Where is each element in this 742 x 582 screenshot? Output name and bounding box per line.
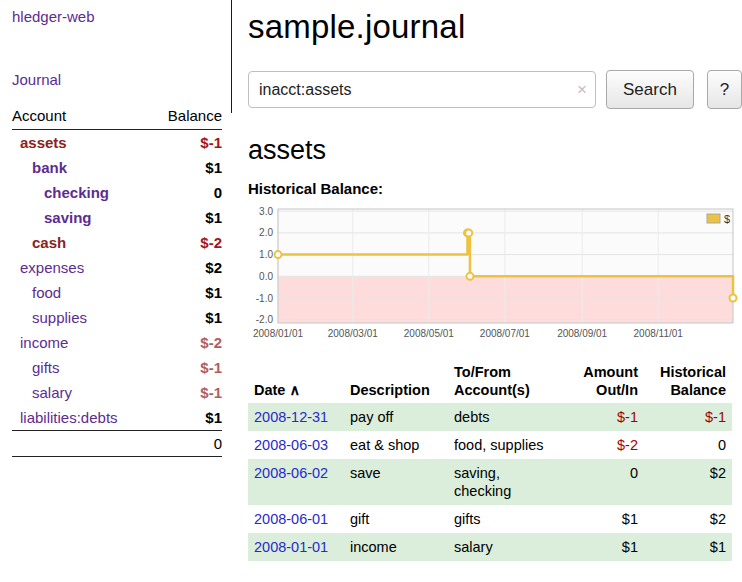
date-cell: 2008-06-01 bbox=[248, 505, 344, 533]
svg-text:2008/09/01: 2008/09/01 bbox=[557, 328, 607, 339]
description-cell: save bbox=[344, 459, 448, 505]
amount-cell: $1 bbox=[570, 533, 644, 561]
account-name-cell: checking bbox=[12, 180, 151, 205]
account-balance: $-1 bbox=[151, 355, 222, 380]
account-link[interactable]: checking bbox=[12, 183, 109, 202]
search-button[interactable]: Search bbox=[606, 70, 694, 109]
account-link[interactable]: salary bbox=[12, 383, 72, 402]
account-balance: $1 bbox=[151, 405, 222, 431]
balance-cell: $2 bbox=[644, 505, 732, 533]
account-balance: $-2 bbox=[151, 330, 222, 355]
description-cell: gift bbox=[344, 505, 448, 533]
transaction-date-link[interactable]: 2008-01-01 bbox=[254, 539, 328, 555]
account-column-header: Account bbox=[12, 105, 151, 130]
transaction-date-link[interactable]: 2008-06-01 bbox=[254, 511, 328, 527]
date-cell: 2008-06-03 bbox=[248, 431, 344, 459]
accounts-header-row: Account Balance bbox=[12, 105, 222, 130]
amount-cell: 0 bbox=[570, 459, 644, 505]
account-link[interactable]: assets bbox=[12, 133, 67, 152]
account-link[interactable]: cash bbox=[12, 233, 66, 252]
svg-text:-1.0: -1.0 bbox=[256, 293, 274, 304]
account-name-cell: saving bbox=[12, 205, 151, 230]
svg-text:2008/01/01: 2008/01/01 bbox=[253, 328, 303, 339]
register-row: 2008-12-31pay offdebts$-1$-1 bbox=[248, 403, 732, 431]
account-link[interactable]: saving bbox=[12, 208, 92, 227]
svg-text:3.0: 3.0 bbox=[259, 206, 273, 217]
svg-text:2008/03/01: 2008/03/01 bbox=[328, 328, 378, 339]
account-balance: $2 bbox=[151, 255, 222, 280]
transaction-date-link[interactable]: 2008-06-02 bbox=[254, 465, 328, 481]
svg-text:-2.0: -2.0 bbox=[256, 314, 274, 325]
sidebar: hledger-web Journal Account Balance asse… bbox=[0, 0, 232, 561]
account-link[interactable]: food bbox=[12, 283, 61, 302]
account-row: checking0 bbox=[12, 180, 222, 205]
search-box: × bbox=[248, 71, 596, 108]
account-row: food$1 bbox=[12, 280, 222, 305]
account-link[interactable]: bank bbox=[12, 158, 67, 177]
account-row: cash$-2 bbox=[12, 230, 222, 255]
account-balance: $1 bbox=[151, 155, 222, 180]
account-balance: $1 bbox=[151, 205, 222, 230]
account-row: saving$1 bbox=[12, 205, 222, 230]
account-name-cell: income bbox=[12, 330, 151, 355]
date-cell: 2008-12-31 bbox=[248, 403, 344, 431]
balance-cell: $1 bbox=[644, 533, 732, 561]
transaction-date-link[interactable]: 2008-06-03 bbox=[254, 437, 328, 453]
svg-text:2008/05/01: 2008/05/01 bbox=[404, 328, 454, 339]
account-name-cell: bank bbox=[12, 155, 151, 180]
total-balance: 0 bbox=[151, 431, 222, 457]
svg-text:1.0: 1.0 bbox=[259, 249, 273, 260]
accounts-cell: salary bbox=[448, 533, 570, 561]
account-row: liabilities:debts$1 bbox=[12, 405, 222, 431]
account-balance: $-1 bbox=[151, 380, 222, 405]
account-link[interactable]: expenses bbox=[12, 258, 84, 277]
search-bar: × Search ? bbox=[248, 70, 742, 109]
svg-text:2.0: 2.0 bbox=[259, 227, 273, 238]
account-row: assets$-1 bbox=[12, 130, 222, 156]
account-link[interactable]: liabilities:debts bbox=[12, 408, 118, 427]
account-row: bank$1 bbox=[12, 155, 222, 180]
sidebar-divider bbox=[231, 0, 232, 113]
help-button[interactable]: ? bbox=[707, 70, 742, 109]
search-input[interactable] bbox=[248, 71, 596, 108]
account-balance: $1 bbox=[151, 280, 222, 305]
main-content: sample.journal × Search ? assets Histori… bbox=[232, 0, 742, 561]
svg-text:0.0: 0.0 bbox=[259, 271, 273, 282]
balance-cell: 0 bbox=[644, 431, 732, 459]
app-root: hledger-web Journal Account Balance asse… bbox=[0, 0, 742, 561]
svg-text:2008/07/01: 2008/07/01 bbox=[480, 328, 530, 339]
chart-title: Historical Balance: bbox=[248, 180, 742, 197]
svg-text:$: $ bbox=[724, 213, 730, 225]
register-row: 2008-06-01giftgifts$1$2 bbox=[248, 505, 732, 533]
account-link[interactable]: gifts bbox=[12, 358, 60, 377]
transaction-date-link[interactable]: 2008-12-31 bbox=[254, 409, 328, 425]
accounts-cell: gifts bbox=[448, 505, 570, 533]
amount-cell: $-2 bbox=[570, 431, 644, 459]
app-title-link[interactable]: hledger-web bbox=[12, 8, 222, 25]
sort-asc-icon: ∧ bbox=[289, 382, 300, 398]
account-name-cell: cash bbox=[12, 230, 151, 255]
date-column-header[interactable]: Date∧ bbox=[248, 359, 344, 403]
account-link[interactable]: supplies bbox=[12, 308, 87, 327]
account-row: salary$-1 bbox=[12, 380, 222, 405]
svg-text:2008/11/01: 2008/11/01 bbox=[634, 328, 684, 339]
account-link[interactable]: income bbox=[12, 333, 68, 352]
date-cell: 2008-01-01 bbox=[248, 533, 344, 561]
description-cell: income bbox=[344, 533, 448, 561]
accounts-total-row: 0 bbox=[12, 431, 222, 457]
amount-cell: $1 bbox=[570, 505, 644, 533]
date-cell: 2008-06-02 bbox=[248, 459, 344, 505]
register-table: Date∧ Description To/From Account(s) Amo… bbox=[248, 359, 732, 561]
balance-cell: $-1 bbox=[644, 403, 732, 431]
clear-search-icon[interactable]: × bbox=[577, 80, 587, 100]
balance-cell: $2 bbox=[644, 459, 732, 505]
accounts-cell: debts bbox=[448, 403, 570, 431]
sidebar-item-journal[interactable]: Journal bbox=[12, 71, 222, 88]
description-column-header: Description bbox=[344, 359, 448, 403]
account-column-header-register: To/From Account(s) bbox=[448, 359, 570, 403]
total-spacer-cell bbox=[12, 431, 151, 457]
balance-column-header-register: Historical Balance bbox=[644, 359, 732, 403]
account-balance: $1 bbox=[151, 305, 222, 330]
balance-column-header: Balance bbox=[151, 105, 222, 130]
account-name-cell: expenses bbox=[12, 255, 151, 280]
